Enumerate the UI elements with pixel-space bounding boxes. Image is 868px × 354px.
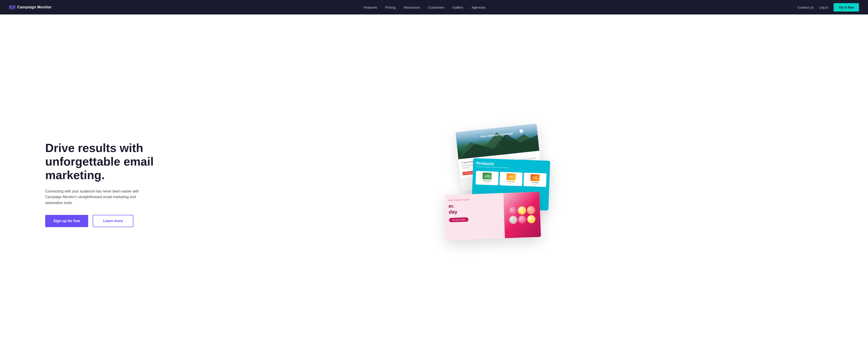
learn-more-button[interactable]: Learn more — [93, 215, 133, 227]
product-img-1: SLICEDCHICKEN — [483, 172, 492, 179]
nav-pricing[interactable]: Pricing — [385, 5, 396, 9]
hero-content: Drive results with unforgettable email m… — [45, 141, 154, 227]
nav-agencies[interactable]: Agencies — [471, 5, 486, 9]
nav-customers[interactable]: Customers — [428, 5, 445, 9]
card-bakery-left: pick yours today! er.day Pick yours toda… — [445, 193, 505, 240]
campaign-monitor-logo-icon — [9, 5, 16, 9]
hero-subtitle: Connecting with your audience has never … — [45, 188, 140, 206]
signup-button[interactable]: Sign up for free — [45, 215, 88, 227]
card-bakery-image — [503, 191, 541, 238]
macarons-display — [503, 191, 541, 238]
macaron-1 — [509, 207, 517, 215]
card-bakery-cta: Pick yours today! — [449, 217, 469, 222]
hero-visual: Your mountain is waiting! ⊙ grounded Now… — [167, 128, 823, 241]
product-name-2: Cheesy Tollo — [507, 181, 515, 182]
hero-section: Drive results with unforgettable email m… — [0, 14, 868, 354]
product-name-3: Touch Range — [531, 182, 538, 183]
email-card-bakery: pick yours today! er.day Pick yours toda… — [445, 191, 541, 240]
card-products-list: SLICEDCHICKEN Sliced Chicken $4.99 CHEES… — [472, 169, 550, 189]
product-price-1: $4.99 — [486, 182, 489, 183]
macaron-6 — [527, 215, 535, 223]
product-img-2: CHEESYTOLLO — [506, 173, 516, 180]
product-price-3: $5.99 — [533, 184, 536, 185]
product-item-2: CHEESYTOLLO Cheesy Tollo $3.49 — [500, 172, 523, 186]
macaron-3 — [527, 206, 535, 214]
try-free-button[interactable]: Try it free — [834, 3, 859, 11]
hero-title: Drive results with unforgettable email m… — [45, 141, 154, 182]
macaron-2 — [518, 206, 526, 214]
macaron-5 — [518, 215, 526, 224]
navbar-right-actions: Contact us Log in Try it free — [798, 3, 859, 11]
contact-link[interactable]: Contact us — [798, 5, 814, 9]
nav-resources[interactable]: Resources — [404, 5, 420, 9]
macaron-4 — [509, 215, 518, 224]
nav-features[interactable]: Features — [364, 5, 377, 9]
logo-area[interactable]: Campaign Monitor — [9, 5, 52, 9]
navbar: Campaign Monitor Features Pricing Resour… — [0, 0, 868, 14]
login-link[interactable]: Log in — [819, 5, 829, 9]
product-price-2: $3.49 — [509, 183, 513, 184]
nav-links: Features Pricing Resources Customers Gal… — [364, 5, 486, 9]
card-bakery-tagline: pick yours today! — [448, 198, 500, 201]
product-name-1: Sliced Chicken — [483, 180, 491, 181]
logo-text: Campaign Monitor — [17, 5, 52, 9]
product-img-3: TOUCHRANGE — [530, 174, 540, 181]
product-item-1: SLICEDCHICKEN Sliced Chicken $4.99 — [475, 171, 499, 185]
nav-gallery[interactable]: Gallery — [453, 5, 463, 9]
card-bakery-title: er.day — [448, 201, 500, 215]
svg-point-3 — [520, 129, 524, 133]
product-item-3: TOUCHRANGE Touch Range $5.99 — [524, 172, 547, 187]
hero-cta-buttons: Sign up for free Learn more — [45, 215, 154, 227]
email-cards-stack: Your mountain is waiting! ⊙ grounded Now… — [441, 132, 549, 236]
